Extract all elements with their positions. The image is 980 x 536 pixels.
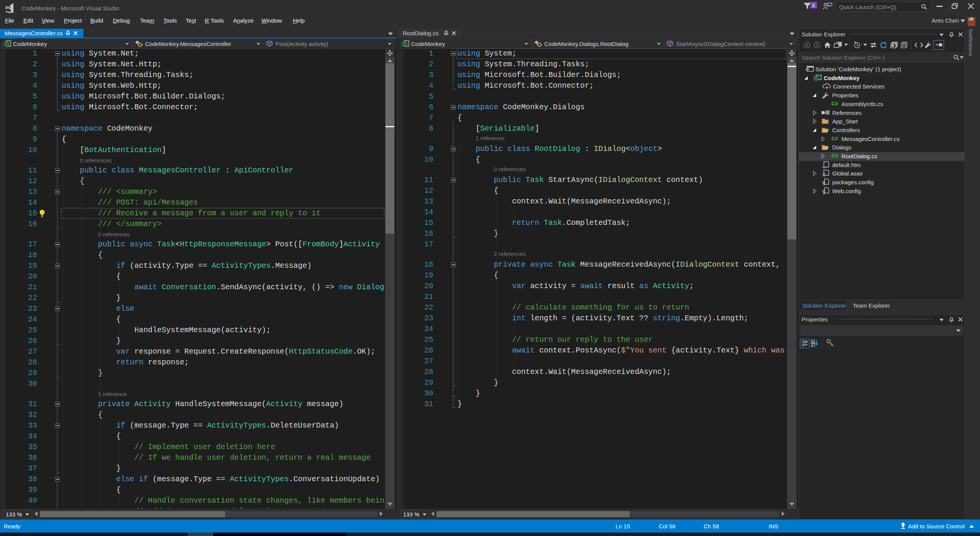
svg-text:Z: Z — [812, 343, 814, 347]
svg-text:A: A — [812, 339, 814, 343]
